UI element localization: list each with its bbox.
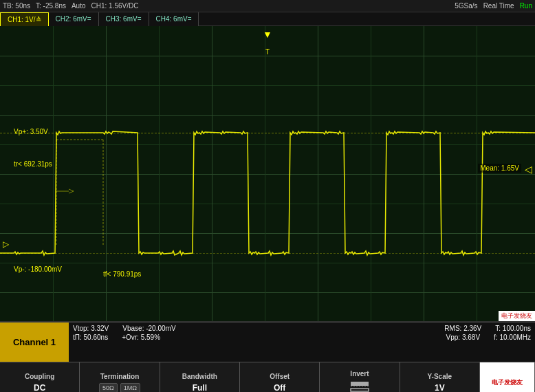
- bottom-measurement-panel: Channel 1 Vtop: 3.32V Vbase: -20.00mV RM…: [0, 322, 535, 362]
- ch1-tab[interactable]: CH1: 1V/≙: [0, 12, 49, 26]
- gsa-stat: 5GSa/s: [455, 2, 477, 10]
- vp-plus-label: Vp+: 3.50V: [14, 128, 48, 135]
- realtime-stat: Real Time: [483, 2, 514, 10]
- logo-text: 电子发烧友: [492, 378, 523, 387]
- invert-icon: [349, 380, 370, 392]
- f-measurement: f: 10.00MHz: [494, 334, 531, 341]
- ch4-tab[interactable]: CH4: 6mV=: [149, 12, 199, 26]
- trigger-t-label: T: [265, 48, 270, 56]
- bottom-controls: Coupling DC Termination 50Ω 1MΩ Bandwidt…: [0, 362, 535, 392]
- mean-label: Mean: 1.65V: [478, 164, 521, 173]
- ch3-tab[interactable]: CH3: 6mV=: [99, 12, 149, 26]
- termination-label: Termination: [100, 373, 139, 380]
- bandwidth-value: Full: [193, 383, 207, 392]
- offset-label: Offset: [270, 373, 290, 380]
- vbase-measurement: Vbase: -20.00mV: [122, 325, 175, 332]
- rms-measurement: RMS: 2.36V: [444, 325, 481, 332]
- waveform-display: [0, 26, 535, 321]
- yscale-button[interactable]: Y-Scale 1V: [400, 362, 480, 393]
- right-arrow-indicator: ◁: [525, 164, 532, 175]
- term-50-button[interactable]: 50Ω: [99, 383, 118, 392]
- svg-rect-7: [351, 389, 369, 391]
- yscale-value: 1V: [435, 383, 445, 392]
- tr-label-display: tr< 692.31ps: [14, 160, 52, 168]
- yscale-label: Y-Scale: [428, 373, 452, 380]
- coupling-label: Coupling: [25, 373, 54, 380]
- bandwidth-button[interactable]: Bandwidth Full: [160, 362, 240, 393]
- term-1m-button[interactable]: 1MΩ: [120, 383, 140, 392]
- channel-label: Channel 1: [0, 323, 69, 362]
- vpp-measurement: Vpp: 3.68V: [446, 334, 481, 341]
- coupling-value: DC: [34, 383, 45, 392]
- scope-screen: ▼ Vp+: 3.50V tr< 692.31ps tf< 790.91ps V…: [0, 26, 535, 322]
- termination-button[interactable]: Termination 50Ω 1MΩ: [80, 362, 160, 393]
- svg-line-4: [69, 189, 74, 191]
- t-measurement: T: 100.00ns: [495, 325, 531, 332]
- tb-stat: TB: 50ns: [3, 2, 30, 10]
- run-stat: Run: [520, 2, 532, 10]
- auto-stat: Auto: [72, 2, 86, 10]
- measurements-area: Vtop: 3.32V Vbase: -20.00mV RMS: 2.36V T…: [69, 323, 535, 362]
- tr-measurement: tΠ: 50.60ns: [73, 334, 108, 341]
- svg-rect-6: [351, 382, 369, 386]
- channel-tabs: CH1: 1V/≙ CH2: 6mV= CH3: 6mV= CH4: 6mV=: [0, 12, 535, 26]
- watermark: 电子发烧友: [499, 311, 535, 321]
- logo-area: 电子发烧友: [480, 362, 535, 393]
- top-status-bar: TB: 50ns T: -25.8ns Auto CH1: 1.56V/DC 5…: [0, 0, 535, 12]
- vtop-measurement: Vtop: 3.32V: [73, 325, 109, 332]
- ch1-stat: CH1: 1.56V/DC: [91, 2, 139, 10]
- offset-value: Off: [274, 383, 285, 392]
- offset-button[interactable]: Offset Off: [240, 362, 320, 393]
- ch2-tab[interactable]: CH2: 6mV=: [49, 12, 99, 26]
- coupling-button[interactable]: Coupling DC: [0, 362, 80, 393]
- svg-line-5: [69, 191, 74, 193]
- bandwidth-label: Bandwidth: [182, 373, 217, 380]
- t-stat: T: -25.8ns: [36, 2, 66, 10]
- vp-minus-label: Vp-: -180.00mV: [14, 265, 62, 273]
- tf-label-display: tf< 790.91ps: [103, 270, 141, 278]
- invert-button[interactable]: Invert: [320, 362, 400, 393]
- invert-label: Invert: [350, 370, 369, 378]
- left-arrow-indicator: ▷: [3, 239, 9, 249]
- termination-options: 50Ω 1MΩ: [99, 383, 140, 392]
- ovr-measurement: +Ovr: 5.59%: [122, 334, 160, 341]
